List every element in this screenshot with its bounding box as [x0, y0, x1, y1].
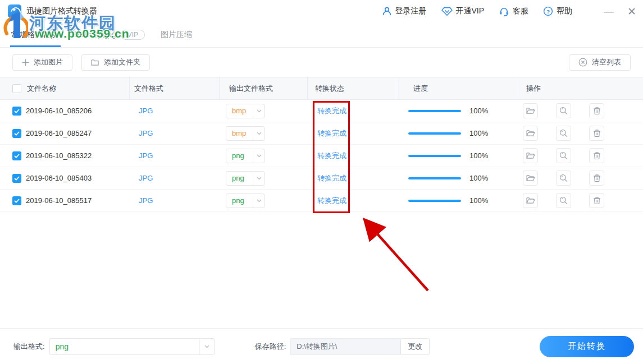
progress-bar — [408, 155, 461, 157]
titlebar: 迅捷图片格式转换器 登录注册 开通VIP — [0, 0, 643, 22]
chevron-down-icon — [253, 172, 265, 185]
source-format: JPG — [139, 174, 153, 182]
clear-list-button[interactable]: 清空列表 — [569, 54, 631, 71]
output-format-select[interactable]: png — [226, 171, 265, 186]
help-button[interactable]: ? 帮助 — [543, 6, 572, 16]
file-name: 2019-06-10_085517 — [26, 196, 92, 205]
customer-service-button[interactable]: 客服 — [499, 6, 528, 17]
output-format-value: bmp — [226, 129, 253, 137]
conversion-status: 转换完成 — [317, 128, 346, 139]
file-name: 2019-06-10_085322 — [26, 151, 92, 160]
source-format: JPG — [139, 107, 153, 115]
table-row: 2019-06-10_085517 JPG png 转换完成 100% — [0, 190, 643, 212]
source-format: JPG — [139, 151, 153, 160]
toolbar: 添加图片 添加文件夹 清空列表 — [0, 48, 643, 77]
output-format-value: png — [226, 151, 253, 160]
table-row: 2019-06-10_085322 JPG png 转换完成 100% — [0, 145, 643, 167]
chevron-down-icon — [253, 194, 265, 208]
preview-button[interactable] — [556, 148, 571, 163]
app-logo-icon — [8, 4, 21, 18]
preview-button[interactable] — [556, 171, 571, 186]
conversion-status: 转换完成 — [317, 196, 346, 206]
login-register-button[interactable]: 登录注册 — [382, 6, 427, 16]
output-format-select[interactable]: bmp — [226, 126, 265, 141]
svg-text:?: ? — [546, 8, 550, 15]
source-format: JPG — [139, 129, 153, 137]
tab-heic-to-jpg[interactable]: Heic转换jpg VIP — [74, 30, 145, 40]
delete-button[interactable] — [589, 103, 604, 118]
annotation-arrow — [337, 208, 444, 297]
source-format: JPG — [139, 196, 153, 205]
table-body: 2019-06-10_085206 JPG bmp 转换完成 100% — [0, 100, 643, 212]
start-convert-button[interactable]: 开始转换 — [540, 336, 634, 357]
delete-button[interactable] — [589, 126, 604, 141]
open-folder-button[interactable] — [523, 126, 538, 141]
output-format-value: bmp — [226, 107, 253, 115]
output-format-value: png — [226, 174, 253, 182]
vip-diamond-icon — [441, 6, 453, 16]
open-folder-button[interactable] — [523, 103, 538, 118]
chevron-down-icon — [253, 127, 265, 140]
file-name: 2019-06-10_085247 — [26, 129, 92, 137]
global-output-format-value: png — [50, 342, 199, 351]
conversion-status: 转换完成 — [317, 173, 346, 183]
table-row: 2019-06-10_085247 JPG bmp 转换完成 100% — [0, 122, 643, 145]
chevron-down-icon — [199, 339, 214, 354]
headset-icon — [499, 6, 509, 17]
vip-badge: VIP — [121, 30, 145, 40]
tab-image-compress[interactable]: 图片压缩 — [161, 30, 192, 40]
progress-percent: 100% — [469, 151, 488, 160]
progress-percent: 100% — [469, 107, 488, 115]
file-name: 2019-06-10_085206 — [26, 107, 92, 115]
progress-bar — [408, 110, 461, 112]
folder-icon — [91, 59, 99, 66]
save-path-label: 保存路径: — [255, 342, 286, 352]
open-folder-button[interactable] — [523, 171, 538, 186]
clear-circle-x-icon — [578, 58, 587, 67]
row-checkbox[interactable] — [12, 129, 21, 138]
open-folder-button[interactable] — [523, 193, 538, 208]
preview-button[interactable] — [556, 103, 571, 118]
row-checkbox[interactable] — [12, 196, 21, 205]
output-format-select[interactable]: png — [226, 193, 265, 208]
preview-button[interactable] — [556, 193, 571, 208]
open-folder-button[interactable] — [523, 148, 538, 163]
progress-bar — [408, 132, 461, 135]
table-row: 2019-06-10_085206 JPG bmp 转换完成 100% — [0, 100, 643, 122]
select-all-checkbox[interactable] — [12, 84, 21, 93]
minimize-button[interactable]: — — [604, 8, 614, 14]
add-image-button[interactable]: 添加图片 — [12, 54, 72, 71]
output-format-select[interactable]: png — [226, 149, 265, 163]
progress-percent: 100% — [469, 174, 488, 182]
delete-button[interactable] — [589, 148, 604, 163]
conversion-status: 转换完成 — [317, 151, 346, 161]
table-header: 文件名称 文件格式 输出文件格式 转换状态 进度 操作 — [0, 77, 643, 100]
delete-button[interactable] — [589, 171, 604, 186]
change-path-button[interactable]: 更改 — [400, 338, 430, 355]
file-name: 2019-06-10_085403 — [26, 174, 92, 182]
row-checkbox[interactable] — [12, 174, 21, 183]
delete-button[interactable] — [589, 193, 604, 208]
row-checkbox[interactable] — [12, 151, 21, 160]
output-format-label: 输出格式: — [13, 342, 45, 352]
global-output-format-select[interactable]: png — [49, 338, 215, 355]
preview-button[interactable] — [556, 126, 571, 141]
tab-normal-format-convert[interactable]: 常规格式转换 — [11, 30, 58, 40]
footer-bar: 输出格式: png 保存路径: D:\转换图片\ 更改 开始转换 — [0, 328, 643, 364]
progress-bar — [408, 177, 461, 179]
progress-percent: 100% — [469, 196, 488, 205]
progress-percent: 100% — [469, 129, 488, 137]
plus-icon — [22, 59, 29, 66]
row-checkbox[interactable] — [12, 107, 21, 116]
close-button[interactable]: ✕ — [627, 5, 636, 18]
conversion-status: 转换完成 — [317, 106, 346, 116]
chevron-down-icon — [253, 104, 265, 118]
table-row: 2019-06-10_085403 JPG png 转换完成 100% — [0, 167, 643, 190]
active-tab-underline — [10, 45, 61, 47]
output-format-select[interactable]: bmp — [226, 104, 265, 118]
app-title: 迅捷图片格式转换器 — [26, 6, 97, 16]
chevron-down-icon — [253, 149, 265, 163]
add-folder-button[interactable]: 添加文件夹 — [81, 54, 150, 71]
open-vip-button[interactable]: 开通VIP — [441, 6, 485, 16]
save-path-field[interactable]: D:\转换图片\ — [290, 338, 400, 355]
